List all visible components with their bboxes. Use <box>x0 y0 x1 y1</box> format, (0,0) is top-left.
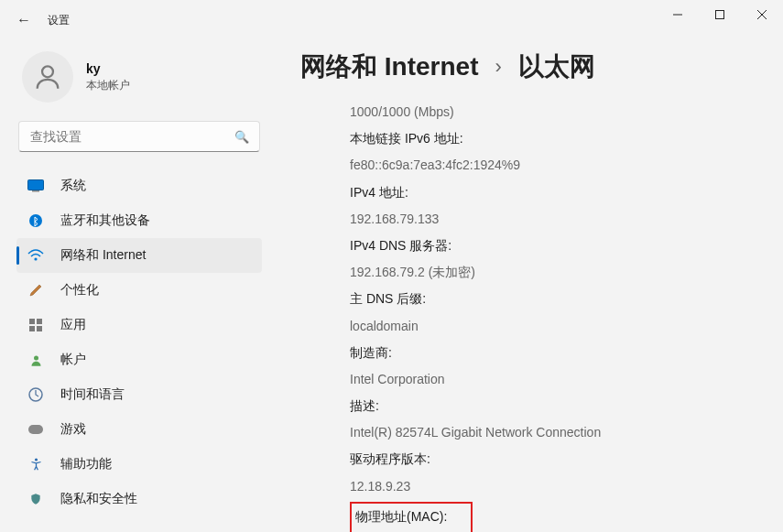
ipv6-link-label: 本地链接 IPv6 地址: <box>350 127 756 150</box>
svg-rect-9 <box>29 319 35 324</box>
brush-icon <box>26 283 46 298</box>
nav-label: 网络和 Internet <box>60 247 146 264</box>
nav-list: 系统 蓝牙和其他设备 网络和 Internet 个性化 应用 帐户 <box>16 168 262 516</box>
svg-rect-11 <box>29 326 35 331</box>
search-icon: 🔍 <box>234 130 249 144</box>
avatar <box>22 51 73 103</box>
gamepad-icon <box>26 424 46 435</box>
close-button[interactable] <box>741 0 783 29</box>
dns-suffix-value: localdomain <box>350 315 756 338</box>
nav-label: 应用 <box>60 317 86 333</box>
mac-label: 物理地址(MAC): <box>355 505 467 528</box>
ipv6-link-value: fe80::6c9a:7ea3:4fc2:1924%9 <box>350 154 756 177</box>
accessibility-icon <box>26 457 46 472</box>
wifi-icon <box>26 249 46 262</box>
svg-point-8 <box>34 257 37 260</box>
svg-rect-10 <box>37 319 42 324</box>
apps-icon <box>26 319 46 332</box>
svg-point-4 <box>42 66 53 77</box>
nav-item-privacy[interactable]: 隐私和安全性 <box>16 482 262 516</box>
back-button[interactable]: ← <box>16 12 31 28</box>
nav-item-time-language[interactable]: 时间和语言 <box>16 377 262 412</box>
content-area: 网络和 Internet › 以太网 1000/1000 (Mbps) 本地链接… <box>275 40 783 532</box>
search-input[interactable] <box>18 121 260 152</box>
bluetooth-icon <box>26 214 46 227</box>
breadcrumb-parent[interactable]: 网络和 Internet <box>300 49 478 84</box>
svg-rect-12 <box>37 326 42 331</box>
nav-label: 蓝牙和其他设备 <box>60 212 150 229</box>
speed-value: 1000/1000 (Mbps) <box>350 101 756 124</box>
user-subtitle: 本地帐户 <box>86 78 130 93</box>
nav-item-bluetooth[interactable]: 蓝牙和其他设备 <box>16 203 262 238</box>
description-value: Intel(R) 82574L Gigabit Network Connecti… <box>350 421 756 444</box>
breadcrumb-current: 以太网 <box>518 49 595 84</box>
shield-icon <box>26 492 46 506</box>
mac-value: 00-0C-29-04-AF-4F <box>355 528 467 532</box>
breadcrumb-separator: › <box>495 55 501 79</box>
user-name: ky <box>86 61 130 76</box>
system-icon <box>26 179 46 192</box>
nav-item-personalization[interactable]: 个性化 <box>16 273 262 308</box>
nav-item-network[interactable]: 网络和 Internet <box>16 238 262 273</box>
person-icon <box>26 353 46 367</box>
network-details: 1000/1000 (Mbps) 本地链接 IPv6 地址: fe80::6c9… <box>300 101 756 532</box>
nav-label: 隐私和安全性 <box>60 491 137 507</box>
nav-label: 时间和语言 <box>60 386 125 403</box>
description-label: 描述: <box>350 395 756 418</box>
manufacturer-label: 制造商: <box>350 342 756 364</box>
nav-label: 帐户 <box>60 352 86 368</box>
nav-label: 游戏 <box>60 421 86 438</box>
nav-label: 系统 <box>60 178 86 194</box>
clock-globe-icon <box>26 387 46 402</box>
user-block[interactable]: ky 本地帐户 <box>16 40 262 121</box>
nav-item-system[interactable]: 系统 <box>16 168 262 203</box>
window-title: 设置 <box>48 13 70 28</box>
svg-rect-5 <box>28 180 44 190</box>
ipv4-dns-value: 192.168.79.2 (未加密) <box>350 261 756 284</box>
nav-item-apps[interactable]: 应用 <box>16 308 262 342</box>
nav-item-accounts[interactable]: 帐户 <box>16 342 262 377</box>
maximize-button[interactable] <box>699 0 741 29</box>
breadcrumb: 网络和 Internet › 以太网 <box>300 49 756 84</box>
svg-rect-6 <box>32 190 39 192</box>
svg-rect-1 <box>716 11 724 19</box>
nav-item-gaming[interactable]: 游戏 <box>16 412 262 447</box>
svg-point-16 <box>34 458 37 461</box>
manufacturer-value: Intel Corporation <box>350 368 756 391</box>
driver-version-label: 驱动程序版本: <box>350 448 756 471</box>
mac-highlight-box: 物理地址(MAC): 00-0C-29-04-AF-4F <box>350 502 473 532</box>
ipv4-label: IPv4 地址: <box>350 181 756 204</box>
dns-suffix-label: 主 DNS 后缀: <box>350 288 756 310</box>
svg-point-13 <box>34 355 38 360</box>
minimize-button[interactable] <box>657 0 699 29</box>
ipv4-value: 192.168.79.133 <box>350 208 756 231</box>
sidebar: ky 本地帐户 🔍 系统 蓝牙和其他设备 网络和 Internet <box>0 40 275 532</box>
ipv4-dns-label: IPv4 DNS 服务器: <box>350 234 756 257</box>
svg-rect-15 <box>28 425 43 434</box>
nav-label: 辅助功能 <box>60 456 112 472</box>
nav-item-accessibility[interactable]: 辅助功能 <box>16 447 262 482</box>
driver-version-value: 12.18.9.23 <box>350 475 756 498</box>
nav-label: 个性化 <box>60 282 99 299</box>
